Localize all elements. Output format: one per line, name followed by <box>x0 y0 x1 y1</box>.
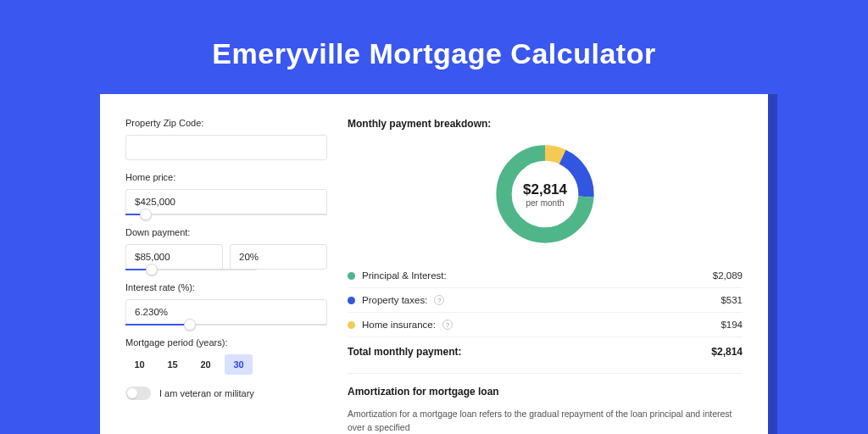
down-payment-group: Down payment: <box>125 227 327 270</box>
legend-row-principal: Principal & Interest: $2,089 <box>348 264 743 288</box>
amortization-text: Amortization for a mortgage loan refers … <box>348 408 743 434</box>
donut-chart-wrap: $2,814 per month <box>348 140 743 248</box>
total-value: $2,814 <box>711 346 743 358</box>
results-panel: Monthly payment breakdown: $2,814 per mo… <box>348 118 743 434</box>
down-payment-percent-input[interactable] <box>230 244 327 270</box>
zip-group: Property Zip Code: <box>125 118 327 160</box>
amortization-title: Amortization for mortgage loan <box>348 386 743 398</box>
interest-rate-input[interactable] <box>125 299 327 325</box>
donut-sub: per month <box>526 198 564 208</box>
dot-icon <box>348 321 355 329</box>
legend-row-taxes: Property taxes: ? $531 <box>348 288 743 313</box>
down-payment-slider[interactable] <box>125 269 257 270</box>
total-label: Total monthly payment: <box>348 346 461 358</box>
down-payment-slider-thumb[interactable] <box>146 264 158 275</box>
period-option-10[interactable]: 10 <box>125 354 153 375</box>
legend-label: Property taxes: <box>362 295 427 305</box>
veteran-toggle[interactable] <box>125 387 151 400</box>
home-price-slider[interactable] <box>125 214 327 215</box>
legend-value: $531 <box>721 295 743 305</box>
breakdown-title: Monthly payment breakdown: <box>348 118 743 130</box>
interest-rate-group: Interest rate (%): <box>125 282 327 326</box>
interest-rate-slider[interactable] <box>125 324 327 326</box>
page-title: Emeryville Mortgage Calculator <box>0 37 868 70</box>
home-price-label: Home price: <box>125 172 327 182</box>
veteran-row: I am veteran or military <box>125 387 327 400</box>
legend-label: Principal & Interest: <box>362 270 447 281</box>
inputs-panel: Property Zip Code: Home price: Down paym… <box>125 118 327 434</box>
legend-row-insurance: Home insurance: ? $194 <box>348 313 743 337</box>
veteran-label: I am veteran or military <box>159 388 254 398</box>
donut-center: $2,814 per month <box>491 140 599 248</box>
interest-rate-slider-thumb[interactable] <box>184 319 196 331</box>
zip-label: Property Zip Code: <box>125 118 327 128</box>
amortization-section: Amortization for mortgage loan Amortizat… <box>348 373 743 434</box>
home-price-group: Home price: <box>125 172 327 215</box>
interest-rate-slider-fill <box>125 324 190 326</box>
legend-value: $194 <box>721 320 743 330</box>
interest-rate-label: Interest rate (%): <box>125 282 327 292</box>
period-group: Mortgage period (years): 10 15 20 30 <box>125 337 327 375</box>
info-icon[interactable]: ? <box>442 320 453 330</box>
period-label: Mortgage period (years): <box>125 337 327 348</box>
down-payment-input[interactable] <box>125 244 223 270</box>
calculator-card: Property Zip Code: Home price: Down paym… <box>100 94 768 434</box>
donut-amount: $2,814 <box>523 181 567 198</box>
total-row: Total monthly payment: $2,814 <box>348 337 743 371</box>
info-icon[interactable]: ? <box>434 295 444 305</box>
period-option-30[interactable]: 30 <box>225 354 253 375</box>
home-price-slider-thumb[interactable] <box>140 209 152 220</box>
dot-icon <box>348 272 355 280</box>
period-option-20[interactable]: 20 <box>192 354 220 375</box>
zip-input[interactable] <box>125 135 327 160</box>
period-options: 10 15 20 30 <box>125 354 327 375</box>
legend-value: $2,089 <box>713 270 743 281</box>
donut-chart: $2,814 per month <box>491 140 599 248</box>
legend-label: Home insurance: <box>362 320 436 330</box>
period-option-15[interactable]: 15 <box>159 354 186 375</box>
dot-icon <box>348 297 355 304</box>
down-payment-label: Down payment: <box>125 227 327 237</box>
home-price-input[interactable] <box>125 189 327 214</box>
